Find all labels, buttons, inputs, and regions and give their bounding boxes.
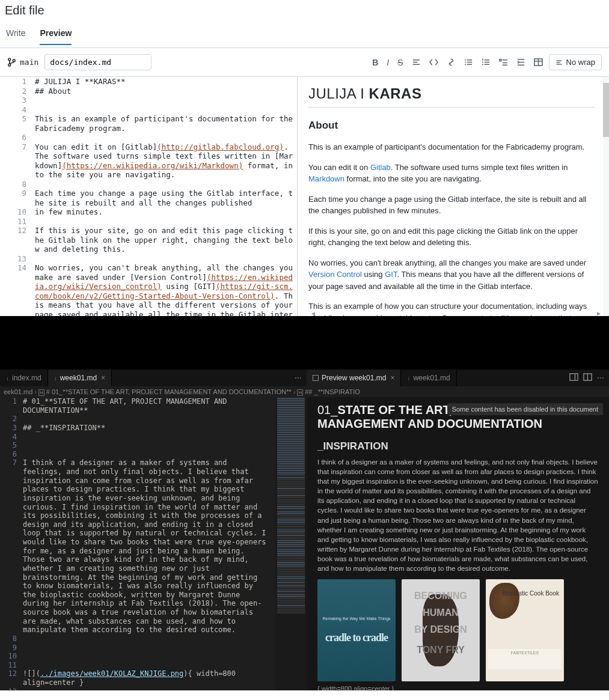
filepath-input[interactable] <box>44 54 151 70</box>
preview-h2: About <box>308 120 595 132</box>
svg-point-2 <box>13 59 15 62</box>
heading-icon: H <box>38 389 44 396</box>
ol-icon[interactable] <box>482 58 491 67</box>
source-editor[interactable]: 1# JULIJA I **KARAS**2## About345This is… <box>0 77 298 316</box>
svg-point-4 <box>465 62 466 63</box>
nowrap-button[interactable]: No wrap <box>549 54 602 70</box>
close-icon[interactable]: × <box>390 374 394 382</box>
preview-h1: JULIJA I KARAS <box>308 85 595 108</box>
split-view: 1# JULIJA I **KARAS**2## About345This is… <box>0 77 609 316</box>
gitlab-editor: Edit file Write Preview main B I S N <box>0 0 609 316</box>
formatting-icons: B I S <box>372 58 542 67</box>
breadcrumb-file: eek01.md <box>4 388 32 395</box>
gitlab-header: Edit file Write Preview <box>0 0 609 48</box>
markdown-icon: ↓ <box>6 375 9 382</box>
link-markdown[interactable]: Markdown <box>308 174 344 183</box>
book-bioplastic: Bioplastic Cook Book FABTEXTILES <box>486 579 564 681</box>
book-cradle: Remaking the Way We Make Things cradle t… <box>317 579 396 681</box>
task-icon[interactable] <box>499 58 508 67</box>
layout-icon[interactable] <box>583 373 592 383</box>
preview-icon <box>313 375 319 381</box>
preview-p1: This is an example of participant's docu… <box>308 141 595 153</box>
minimap[interactable] <box>275 397 307 690</box>
breadcrumb[interactable]: eek01.md›H # 01_**STATE OF THE ART, PROJ… <box>0 386 609 397</box>
tab-write[interactable]: Write <box>6 28 25 45</box>
vscode-split: 1# 01_**STATE OF THE ART, PROJECT MANAGE… <box>0 397 609 690</box>
preview-p4: If this is your site, go on and edit thi… <box>308 225 595 249</box>
branch-icon <box>7 58 16 67</box>
quote-icon[interactable] <box>412 58 421 67</box>
scrollbar-vertical[interactable] <box>603 77 609 316</box>
markdown-icon: ↓ <box>407 375 410 382</box>
editor-group-right-tabs: Preview week01.md× ↓week01.md ⋯ <box>307 370 609 386</box>
settings-icon <box>555 59 563 66</box>
link-git[interactable]: GIT <box>385 270 397 279</box>
book-images: Remaking the Way We Make Things cradle t… <box>317 579 598 681</box>
breadcrumb-seg: ## _**INSPIRATIO <box>305 388 360 395</box>
vs-preview-body: I think of a designer as a maker of syst… <box>317 457 598 573</box>
preview-p5: No worries, you can't break anything, al… <box>308 257 595 293</box>
branch-name: main <box>20 58 38 67</box>
page-title: Edit file <box>5 4 604 17</box>
vscode-tabs: ↓index.md ↓week01.md× ⋯ Preview week01.m… <box>0 370 609 386</box>
svg-point-5 <box>465 64 466 65</box>
vscode-window: ↓index.md ↓week01.md× ⋯ Preview week01.m… <box>0 370 609 690</box>
ul-icon[interactable] <box>464 58 473 67</box>
editor-actions: ⋯ <box>565 370 609 386</box>
strike-icon[interactable]: S <box>397 58 403 67</box>
editor-group-left-tabs: ↓index.md ↓week01.md× ⋯ <box>0 370 307 386</box>
tab-preview[interactable]: Preview <box>40 28 72 45</box>
editor-toolbar: main B I S No wrap <box>0 48 609 77</box>
breadcrumb-seg: # 01_**STATE OF THE ART, PROJECT MANAGEM… <box>46 388 292 395</box>
markdown-preview: JULIJA I KARAS About This is an example … <box>298 77 609 316</box>
link-icon[interactable] <box>447 58 456 67</box>
svg-point-0 <box>8 58 11 61</box>
separator-gap <box>0 316 609 370</box>
table-icon[interactable] <box>534 58 543 67</box>
tab-label: index.md <box>12 374 41 382</box>
vscode-source-editor[interactable]: 1# 01_**STATE OF THE ART, PROJECT MANAGE… <box>0 397 307 690</box>
tab-label: week01.md <box>413 374 450 382</box>
tab-week01-right[interactable]: ↓week01.md <box>401 370 456 386</box>
markdown-icon: ↓ <box>54 375 57 382</box>
code-icon[interactable] <box>429 58 438 67</box>
svg-point-1 <box>8 64 11 66</box>
preview-p2: You can edit it on Gitlab. The software … <box>308 162 595 185</box>
book-strip: FABTEXTILES <box>488 649 562 669</box>
scrollbar-horizontal[interactable]: ◄► <box>309 309 603 317</box>
branch-indicator[interactable]: main <box>7 58 38 67</box>
tab-label: Preview week01.md <box>322 374 386 382</box>
indent-icon[interactable] <box>516 58 525 67</box>
book-tony-fry: BECOMING HUMAN BY DESIGN TONY FRY <box>402 579 480 681</box>
svg-rect-6 <box>500 59 501 61</box>
more-actions-icon[interactable]: ⋯ <box>290 374 307 382</box>
more-icon[interactable]: ⋯ <box>597 374 604 382</box>
tab-label: week01.md <box>60 374 97 382</box>
nowrap-label: No wrap <box>566 58 595 67</box>
svg-point-3 <box>465 59 466 61</box>
heading-icon: H <box>297 389 303 396</box>
svg-rect-8 <box>570 374 578 380</box>
scroll-thumb[interactable] <box>603 83 609 137</box>
link-gitlab[interactable]: Gitlab <box>370 163 391 172</box>
editor-tabs: Write Preview <box>5 28 604 45</box>
italic-icon[interactable]: I <box>387 58 389 67</box>
tab-week01-md[interactable]: ↓week01.md× <box>48 370 112 386</box>
tab-preview-week01[interactable]: Preview week01.md× <box>307 370 401 386</box>
preview-p3: Each time you change a page using the Gi… <box>308 193 595 217</box>
tab-index-md[interactable]: ↓index.md <box>0 370 48 386</box>
vscode-markdown-preview: Some content has been disabled in this d… <box>307 397 609 690</box>
vs-preview-h2: _INSPIRATION <box>317 440 598 452</box>
image-caption: { width=800 align=center } <box>317 685 598 690</box>
security-toast[interactable]: Some content has been disabled in this d… <box>447 403 603 415</box>
stain-shape <box>489 583 519 619</box>
bold-icon[interactable]: B <box>372 58 378 67</box>
link-version-control[interactable]: Version Control <box>308 270 362 279</box>
close-icon[interactable]: × <box>101 374 105 382</box>
split-icon[interactable] <box>569 373 578 383</box>
